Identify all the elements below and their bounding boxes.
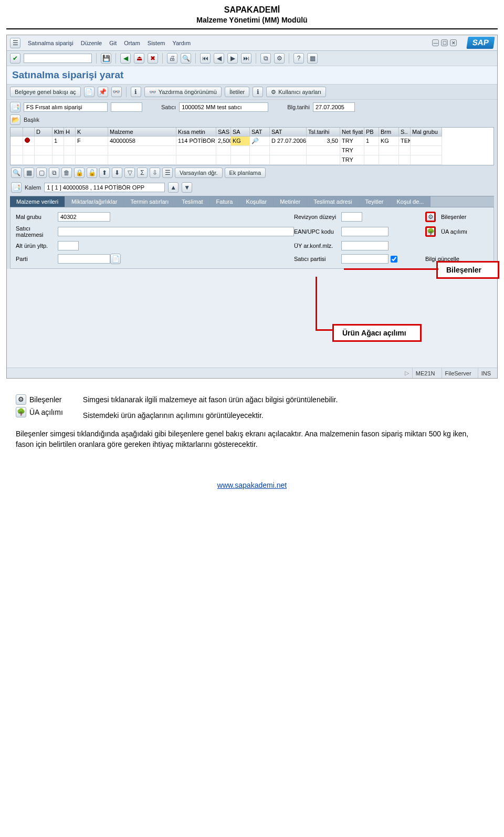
- vendor-field[interactable]: 1000052 MM test satıcı: [179, 102, 268, 112]
- bom-explosion-icon[interactable]: 🌳: [425, 226, 436, 237]
- help-icon[interactable]: ?: [293, 53, 304, 64]
- detail-icon[interactable]: 🔍: [11, 168, 22, 178]
- statusbar: ▷ ME21N FileServer INS: [7, 368, 497, 378]
- command-field[interactable]: [24, 54, 92, 63]
- default-values-button[interactable]: Varsayılan dğr.: [175, 168, 223, 178]
- sort-asc-icon[interactable]: ⬆: [99, 168, 110, 178]
- find-icon[interactable]: 🔍: [181, 53, 191, 64]
- enter-icon[interactable]: ✔: [10, 53, 20, 64]
- menu-edit[interactable]: Düzenle: [81, 40, 102, 46]
- callout-bilesenler: Bileşenler: [436, 261, 499, 279]
- last-page-icon[interactable]: ⏭: [241, 53, 251, 64]
- rev-field[interactable]: [341, 212, 362, 222]
- alt-field[interactable]: [58, 241, 79, 250]
- exit-icon[interactable]: ⏏: [134, 53, 144, 64]
- export-icon[interactable]: ⇩: [150, 168, 160, 178]
- tab-invoice[interactable]: Fatura: [210, 196, 240, 207]
- menu-system[interactable]: Sistem: [148, 40, 165, 46]
- hold-icon[interactable]: 📌: [98, 87, 108, 97]
- back-icon[interactable]: ◀: [120, 53, 131, 64]
- menu-help[interactable]: Yardım: [172, 40, 191, 46]
- print-icon[interactable]: 🖨: [167, 53, 177, 64]
- menubar: ☰ Satınalma siparişi Düzenle Git Ortam S…: [7, 35, 497, 51]
- satici-partisi-field[interactable]: [341, 254, 388, 264]
- select-all-icon[interactable]: ▦: [24, 168, 34, 178]
- next-item-icon[interactable]: ▼: [182, 182, 192, 193]
- display-icon[interactable]: 👓: [111, 87, 122, 97]
- material-data-pane: Mal grubu 40302 Revizyon düzeyi ⚙ Bileşe…: [10, 207, 494, 269]
- info-icon[interactable]: ℹ: [131, 87, 141, 97]
- content: 📑 FS Fırsat alım siparişi Satıcı 1000052…: [7, 100, 497, 269]
- sum-icon[interactable]: Σ: [137, 168, 148, 178]
- create-icon[interactable]: 📄: [84, 87, 94, 97]
- expand-header-icon[interactable]: 📑: [10, 102, 20, 112]
- shortcut-icon[interactable]: ⚙: [274, 53, 285, 64]
- tab-material-data[interactable]: Malzeme verileri: [10, 196, 65, 207]
- menu-env[interactable]: Ortam: [124, 40, 140, 46]
- mal-grubu-field[interactable]: 40302: [58, 212, 110, 222]
- filter-icon[interactable]: ▽: [124, 168, 135, 178]
- layout2-icon[interactable]: ☰: [162, 168, 173, 178]
- menu-goto[interactable]: Git: [109, 40, 117, 46]
- messages-button[interactable]: İletiler: [225, 87, 249, 97]
- tab-confirm[interactable]: Teyitler: [359, 196, 391, 207]
- ean-label: EAN/UPC kodu: [294, 228, 341, 235]
- table-row[interactable]: 1 F 40000058 114 PÖTİBÖR OPP 2,500 KG 🔎 …: [10, 137, 494, 146]
- info2-icon[interactable]: ℹ: [253, 87, 263, 97]
- detail-tabs: Malzeme verileri Miktarlar/ağırlıklar Te…: [10, 196, 494, 207]
- deselect-icon[interactable]: ▢: [36, 168, 47, 178]
- sort-desc-icon[interactable]: ⬇: [112, 168, 122, 178]
- parti-field[interactable]: [58, 254, 110, 264]
- expand-baslik-icon[interactable]: 📂: [10, 114, 20, 125]
- satici-malz-field[interactable]: [58, 227, 294, 236]
- unlock-icon[interactable]: 🔓: [87, 168, 97, 178]
- prev-page-icon[interactable]: ◀: [214, 53, 224, 64]
- mal-grubu-label: Mal grubu: [16, 214, 58, 220]
- table-row[interactable]: TRY: [10, 155, 494, 165]
- expand-item-icon[interactable]: 📑: [11, 182, 22, 193]
- first-page-icon[interactable]: ⏮: [200, 53, 211, 64]
- tab-qty[interactable]: Miktarlar/ağırlıklar: [65, 196, 124, 207]
- lock-icon[interactable]: 🔒: [74, 168, 85, 178]
- menu-po[interactable]: Satınalma siparişi: [28, 40, 74, 46]
- components-icon[interactable]: ⚙: [425, 212, 436, 222]
- print-preview-button[interactable]: 👓 Yazdırma öngörünümü: [144, 87, 222, 97]
- kalem-dropdown[interactable]: 1 [ 1 ] 40000058 , 114 PÖTİBÖR OPP: [44, 183, 165, 192]
- callout-ua: Ürün Ağacı açılımı: [332, 324, 422, 342]
- doc-overview-button[interactable]: Belgeye genel bakışı aç: [10, 87, 81, 97]
- window-max-icon[interactable]: ☐: [441, 39, 448, 46]
- tab-sched[interactable]: Termin satırları: [124, 196, 175, 207]
- po-number-field[interactable]: [111, 102, 142, 112]
- next-page-icon[interactable]: ▶: [227, 53, 238, 64]
- delete-icon[interactable]: 🗑: [61, 168, 72, 178]
- tab-delivery[interactable]: Teslimat: [175, 196, 209, 207]
- uy-field[interactable]: [341, 241, 388, 250]
- layout-icon[interactable]: ▦: [307, 53, 318, 64]
- save-icon[interactable]: 💾: [101, 53, 111, 64]
- tab-condde[interactable]: Koşul de...: [390, 196, 430, 207]
- user-settings-button[interactable]: ⚙ Kullanıcı ayarları: [266, 87, 326, 97]
- table-header: D Klm H K Malzeme Kısa metin SAS miktarı…: [10, 128, 494, 137]
- tab-deladdr[interactable]: Teslimat adresi: [307, 196, 359, 207]
- ean-field[interactable]: [341, 227, 388, 236]
- baslik-label: Başlık: [24, 117, 39, 123]
- table-row[interactable]: TRY: [10, 146, 494, 155]
- app-menu-icon[interactable]: ☰: [10, 38, 20, 48]
- bilgi-guncelle-checkbox[interactable]: [391, 256, 397, 263]
- doc-date-field[interactable]: 27.07.2005: [313, 102, 355, 112]
- parti-search-icon[interactable]: 📄: [110, 254, 121, 264]
- standard-toolbar: ✔ 💾 ◀ ⏏ ✖ 🖨 🔍 ⏮ ◀ ▶ ⏭ ⧉ ⚙ ? ▦: [7, 51, 497, 66]
- cancel-icon[interactable]: ✖: [148, 53, 158, 64]
- new-session-icon[interactable]: ⧉: [260, 53, 271, 64]
- prev-item-icon[interactable]: ▲: [168, 182, 178, 193]
- extra-planning-button[interactable]: Ek planlama: [225, 168, 266, 178]
- tab-cond[interactable]: Koşullar: [239, 196, 274, 207]
- footer-link[interactable]: www.sapakademi.net: [217, 481, 287, 489]
- window-min-icon[interactable]: —: [432, 39, 439, 46]
- tab-texts[interactable]: Metinler: [274, 196, 307, 207]
- copy-icon[interactable]: ⧉: [49, 168, 59, 178]
- sap-logo: SAP: [467, 37, 495, 49]
- window-close-icon[interactable]: ✕: [450, 39, 457, 46]
- alt-label: Alt ürün yltp.: [16, 243, 58, 249]
- order-type-dropdown[interactable]: FS Fırsat alım siparişi: [24, 102, 108, 112]
